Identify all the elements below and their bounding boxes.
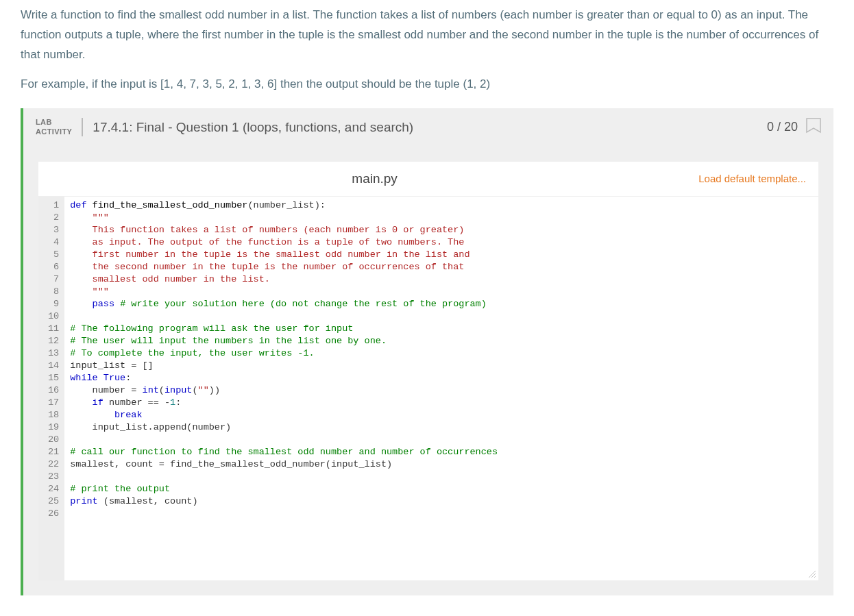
lab-score: 0 / 20 (767, 120, 798, 134)
problem-description: Write a function to find the smallest od… (21, 0, 833, 95)
bookmark-icon[interactable] (806, 118, 821, 137)
editor-header: main.py Load default template... (38, 162, 818, 197)
intro-paragraph-1: Write a function to find the smallest od… (21, 5, 833, 65)
lab-activity-panel: LAB ACTIVITY 17.4.1: Final - Question 1 … (21, 108, 833, 595)
code-content[interactable]: def find_the_smallest_odd_number(number_… (64, 197, 818, 580)
line-number-gutter: 1 2 3 4 5 6 7 8 9 10 11 12 13 14 15 16 1… (38, 197, 64, 580)
code-editor[interactable]: 1 2 3 4 5 6 7 8 9 10 11 12 13 14 15 16 1… (38, 197, 818, 580)
lab-label-line2: ACTIVITY (36, 127, 72, 136)
resize-grip-icon[interactable] (807, 569, 817, 579)
load-default-template-link[interactable]: Load default template... (698, 173, 806, 184)
lab-title: 17.4.1: Final - Question 1 (loops, funct… (83, 120, 767, 135)
editor-wrapper: main.py Load default template... 1 2 3 4… (23, 147, 833, 595)
lab-activity-label: LAB ACTIVITY (36, 118, 83, 136)
lab-header: LAB ACTIVITY 17.4.1: Final - Question 1 … (23, 108, 833, 147)
svg-line-2 (814, 576, 816, 578)
filename-label: main.py (51, 171, 698, 186)
intro-paragraph-2: For example, if the input is [1, 4, 7, 3… (21, 75, 833, 95)
lab-label-line1: LAB (36, 118, 72, 127)
